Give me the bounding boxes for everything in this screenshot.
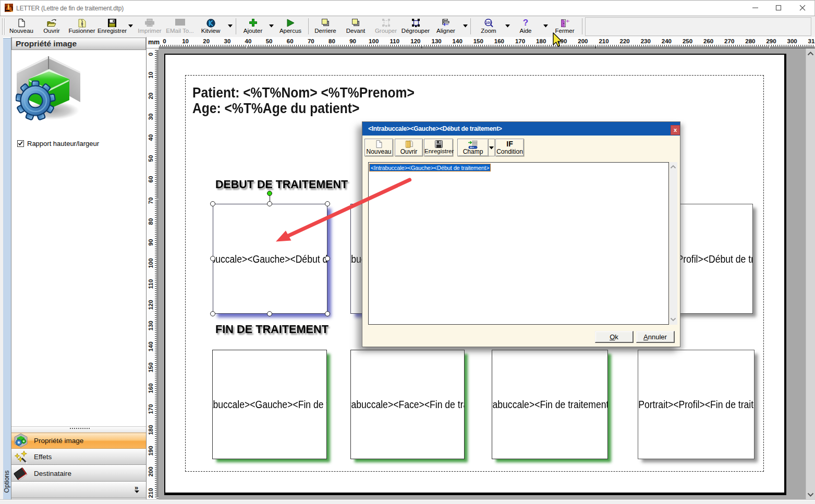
- svg-text:100: 100: [485, 21, 491, 24]
